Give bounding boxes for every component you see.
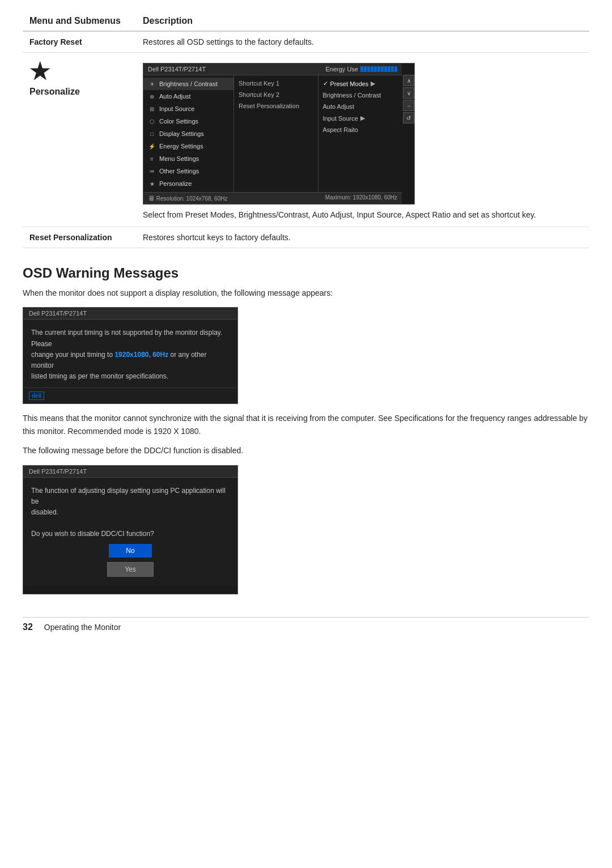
osd-footer: 🖥 Resolution: 1024x768, 60Hz Maximum: 19… [143, 192, 402, 204]
personalize-label: Personalize [29, 87, 80, 96]
col-header-desc: Description [136, 11, 589, 31]
osd-submenu: Shortcut Key 1 Shortcut Key 2 Reset Pers… [234, 75, 318, 192]
osd-menu-personalize-label: Personalize [159, 180, 192, 187]
arrow-right-icon: ▶ [371, 80, 375, 87]
table-row-factory-reset: Factory Reset Restores all OSD settings … [23, 31, 589, 53]
brightness-icon: ☀ [148, 80, 156, 88]
energy-seg-5 [374, 66, 377, 72]
osd-menu-energysettings-label: Energy Settings [159, 143, 203, 150]
right-presetmodes-label: Preset Modes [330, 80, 369, 87]
osd-menu-autoadjust-label: Auto Adjust [159, 93, 191, 100]
submenu-resetpersonalization[interactable]: Reset Personalization [234, 100, 318, 112]
warning-line4: listed timing as per the monitor specifi… [31, 372, 168, 380]
warning-box-2-title: Dell P2314T/P2714T [23, 466, 237, 478]
osd-menu-colorsettings-label: Color Settings [159, 118, 198, 125]
right-inputsource[interactable]: Input Source ▶ [318, 112, 402, 124]
energy-segments [360, 66, 397, 72]
right-brightnesscontrast[interactable]: Brightness / Contrast [318, 90, 402, 101]
warning-box-2: Dell P2314T/P2714T The function of adjus… [23, 465, 238, 595]
body-text-2: The following message before the DDC/CI … [23, 444, 589, 457]
colorsettings-icon: ⬡ [148, 117, 156, 125]
menusettings-icon: ≡ [148, 155, 156, 163]
col-header-menu: Menu and Submenus [23, 11, 136, 31]
right-aspectraito[interactable]: Aspect Raito [318, 124, 402, 135]
osd-menu-brightness[interactable]: ☀ Brightness / Contrast [143, 78, 233, 90]
osd-resolution: 🖥 Resolution: 1024x768, 60Hz [148, 194, 227, 202]
arrow-right-inputsource-icon: ▶ [360, 114, 365, 122]
autoadjust-icon: ⊕ [148, 92, 156, 100]
osd-menu-displaysettings[interactable]: □ Display Settings [143, 127, 233, 140]
osd-screenshot: Dell P2314T/P2714T Energy Use [143, 63, 415, 205]
right-brightnesscontrast-label: Brightness / Contrast [323, 92, 381, 99]
ddc-line1: The function of adjusting display settin… [31, 487, 226, 505]
osd-warning-section: OSD Warning Messages When the monitor do… [23, 265, 589, 594]
osd-title-bar: Dell P2314T/P2714T Energy Use [143, 63, 402, 75]
osd-nav-back[interactable]: ↺ [403, 112, 414, 124]
osd-nav-buttons: ∧ ∨ → ↺ [403, 75, 414, 124]
othersettings-icon: ≔ [148, 167, 156, 175]
osd-left-menu: ☀ Brightness / Contrast ⊕ Auto Adjust ⊞ … [143, 75, 234, 192]
osd-energy-bar: Energy Use [326, 66, 397, 73]
osd-right-panel: ✓ Preset Modes ▶ Brightness / Contrast A… [318, 75, 402, 192]
energy-label: Energy Use [326, 66, 358, 73]
right-presetmodes[interactable]: ✓ Preset Modes ▶ [318, 78, 402, 90]
osd-menu-personalize[interactable]: ★ Personalize [143, 177, 233, 190]
menu-label-reset-personalization: Reset Personalization [23, 227, 136, 248]
desc-personalize: Dell P2314T/P2714T Energy Use [136, 53, 589, 227]
warning-line1: The current input timing is not supporte… [31, 329, 222, 347]
osd-warning-title: OSD Warning Messages [23, 265, 589, 281]
warning-box-1-footer: dell [23, 388, 237, 403]
menu-label-factory-reset: Factory Reset [23, 31, 136, 53]
displaysettings-icon: □ [148, 130, 156, 138]
osd-menu-menusettings[interactable]: ≡ Menu Settings [143, 152, 233, 165]
energy-seg-8 [384, 66, 387, 72]
page-label: Operating the Monitor [44, 623, 121, 632]
osd-menu-autoadjust[interactable]: ⊕ Auto Adjust [143, 90, 233, 103]
osd-menu-othersettings[interactable]: ≔ Other Settings [143, 165, 233, 177]
star-icon: ★ [29, 58, 129, 84]
energy-seg-10 [391, 66, 394, 72]
ddc-line3: Do you wish to disable DDC/CI function? [31, 530, 154, 538]
osd-nav-right[interactable]: → [403, 100, 414, 111]
energy-seg-6 [377, 66, 380, 72]
osd-menu-inputsource[interactable]: ⊞ Input Source [143, 103, 233, 115]
right-aspectraito-label: Aspect Raito [323, 126, 358, 133]
osd-menu-othersettings-label: Other Settings [159, 168, 199, 175]
osd-resolution-text: Resolution: 1024x768, 60Hz [156, 195, 228, 202]
table-row-reset-personalization: Reset Personalization Restores shortcut … [23, 227, 589, 248]
warning-highlight: 1920x1080, 60Hz [114, 351, 168, 359]
osd-menu-energysettings[interactable]: ⚡ Energy Settings [143, 140, 233, 152]
desc-reset-personalization: Restores shortcut keys to factory defaul… [136, 227, 589, 248]
osd-max-resolution: Maximum: 1920x1080, 60Hz [325, 194, 397, 202]
ddc-yes-button[interactable]: Yes [107, 562, 154, 577]
osd-nav-up[interactable]: ∧ [403, 75, 414, 86]
warning-box-1: Dell P2314T/P2714T The current input tim… [23, 307, 238, 404]
osd-menu-brightness-label: Brightness / Contrast [159, 80, 218, 87]
osd-nav-down[interactable]: ∨ [403, 87, 414, 99]
warning-line2: change your input timing to [31, 351, 114, 359]
right-autoadjust[interactable]: Auto Adjust [318, 101, 402, 112]
osd-menu-menusettings-label: Menu Settings [159, 155, 199, 162]
right-inputsource-label: Input Source [323, 115, 358, 122]
personalize-description: Select from Preset Modes, Brightness/Con… [143, 209, 583, 221]
warning-box-2-body: The function of adjusting display settin… [23, 478, 237, 586]
energy-seg-3 [367, 66, 370, 72]
energy-seg-1 [360, 66, 363, 72]
main-content-table: Menu and Submenus Description Factory Re… [23, 11, 589, 248]
osd-title: Dell P2314T/P2714T [148, 66, 206, 73]
submenu-shortcut2[interactable]: Shortcut Key 2 [234, 89, 318, 100]
monitor-icon: 🖥 [148, 194, 155, 202]
energysettings-icon: ⚡ [148, 142, 156, 150]
desc-factory-reset: Restores all OSD settings to the factory… [136, 31, 589, 53]
osd-menu-colorsettings[interactable]: ⬡ Color Settings [143, 115, 233, 127]
page-number: 32 [23, 622, 33, 632]
submenu-shortcut1[interactable]: Shortcut Key 1 [234, 78, 318, 89]
osd-warning-intro: When the monitor does not support a disp… [23, 287, 589, 299]
footer-bar: 32 Operating the Monitor [23, 617, 589, 632]
ddc-line2: disabled. [31, 508, 58, 516]
body-text-1: This means that the monitor cannot synch… [23, 412, 589, 437]
ddc-no-button[interactable]: No [109, 544, 151, 558]
inputsource-icon: ⊞ [148, 105, 156, 113]
energy-seg-9 [388, 66, 390, 72]
dell-logo: dell [29, 392, 44, 400]
